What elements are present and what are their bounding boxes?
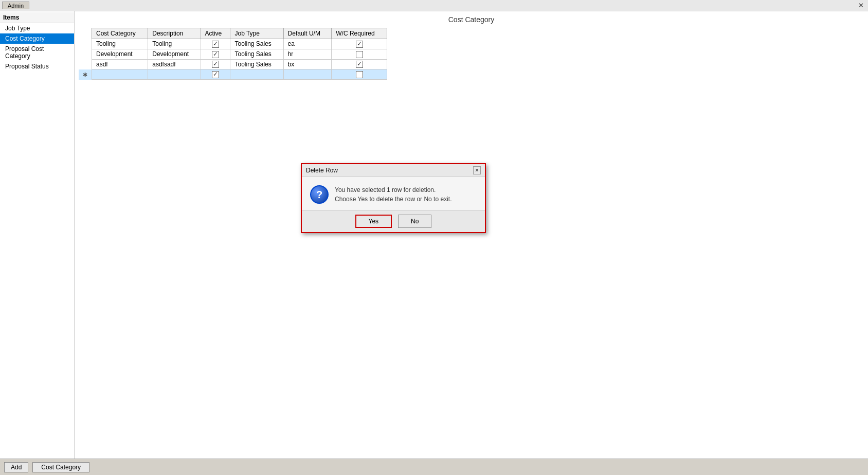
bottom-cost-category-tab[interactable]: Cost Category [32,462,89,472]
cell-cost-category[interactable]: Tooling [92,39,148,49]
active-checkbox[interactable] [212,61,219,68]
cell-default-um[interactable]: hr [283,49,332,59]
cell-default-um[interactable]: bx [283,59,332,69]
sidebar-item-job-type[interactable]: Job Type [0,23,74,33]
col-header-wc-required: W/C Required [332,28,387,39]
active-checkbox[interactable] [212,51,219,58]
cell-wc-required[interactable] [332,49,387,59]
cell-job-type[interactable]: Tooling Sales [230,49,283,59]
dialog-body: ? You have selected 1 row for deletion. … [302,177,485,210]
cell-active-new[interactable] [201,69,230,80]
cell-default-um-new[interactable] [283,69,332,80]
dialog-no-button[interactable]: No [398,215,431,228]
sidebar-section-label: Items [0,12,74,23]
new-table-row[interactable]: ✱ [79,69,387,80]
cell-description[interactable]: asdfsadf [148,59,201,69]
cell-description[interactable]: Development [148,49,201,59]
cell-wc-required-new[interactable] [332,69,387,80]
page-title: Cost Category [79,15,864,24]
dialog-yes-button[interactable]: Yes [355,215,392,228]
main-layout: Items Job Type Cost Category Proposal Co… [0,11,868,459]
dialog-footer: Yes No [302,210,485,232]
table-row[interactable]: Tooling Tooling Tooling Sales ea [79,39,387,49]
cell-active[interactable] [201,39,230,49]
cell-active[interactable] [201,59,230,69]
cell-cost-category-new[interactable] [92,69,148,80]
window-close-button[interactable]: ✕ [856,2,866,9]
add-button[interactable]: Add [4,462,28,472]
cell-cost-category[interactable]: Development [92,49,148,59]
title-bar: Admin ✕ [0,0,868,11]
cell-job-type[interactable]: Tooling Sales [230,39,283,49]
dialog-question-icon: ? [310,185,329,204]
wc-required-checkbox-new[interactable] [356,71,363,78]
table-row[interactable]: Development Development Tooling Sales hr [79,49,387,59]
bottom-bar: Add Cost Category [0,459,868,475]
cell-active[interactable] [201,49,230,59]
col-header-job-type: Job Type [230,28,283,39]
sidebar: Items Job Type Cost Category Proposal Co… [0,11,75,459]
cell-job-type-new[interactable] [230,69,283,80]
dialog-message-line1: You have selected 1 row for deletion. [335,185,451,195]
wc-required-checkbox[interactable] [356,61,363,68]
active-checkbox-new[interactable] [212,71,219,78]
dialog-message: You have selected 1 row for deletion. Ch… [335,185,451,204]
title-bar-left: Admin [2,2,29,9]
cell-job-type[interactable]: Tooling Sales [230,59,283,69]
dialog-close-button[interactable]: × [473,166,481,174]
col-header-active: Active [201,28,230,39]
wc-required-checkbox[interactable] [356,41,363,48]
dialog-title: Delete Row [306,167,338,174]
dialog-message-line2: Choose Yes to delete the row or No to ex… [335,195,451,204]
col-header-description: Description [148,28,201,39]
admin-tab[interactable]: Admin [2,2,29,9]
cell-description-new[interactable] [148,69,201,80]
cell-description[interactable]: Tooling [148,39,201,49]
col-header-cost-category: Cost Category [92,28,148,39]
sidebar-item-proposal-status[interactable]: Proposal Status [0,61,74,72]
data-table: Cost Category Description Active Job Typ… [79,28,387,80]
delete-row-dialog: Delete Row × ? You have selected 1 row f… [301,163,486,233]
dialog-titlebar: Delete Row × [302,164,485,177]
cell-default-um[interactable]: ea [283,39,332,49]
active-checkbox[interactable] [212,41,219,48]
cell-cost-category[interactable]: asdf [92,59,148,69]
col-header-default-um: Default U/M [283,28,332,39]
wc-required-checkbox[interactable] [356,51,363,58]
table-row[interactable]: asdf asdfsadf Tooling Sales bx [79,59,387,69]
sidebar-item-proposal-cost-category[interactable]: Proposal Cost Category [0,44,74,61]
sidebar-item-cost-category[interactable]: Cost Category [0,33,74,44]
cell-wc-required[interactable] [332,59,387,69]
content-area: Cost Category Cost Category Description … [75,11,868,459]
cell-wc-required[interactable] [332,39,387,49]
new-row-icon: ✱ [83,72,87,78]
